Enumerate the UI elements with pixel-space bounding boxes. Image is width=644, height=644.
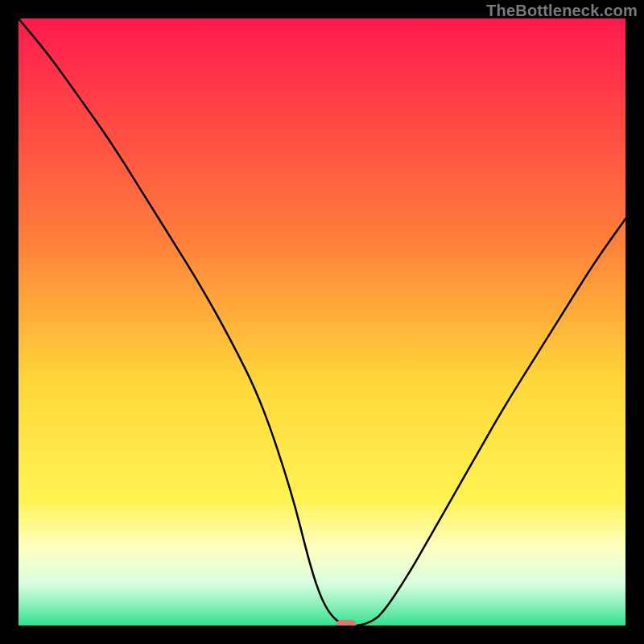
chart-frame: TheBottleneck.com (0, 0, 644, 644)
watermark-text: TheBottleneck.com (486, 2, 638, 20)
gradient-background (19, 19, 625, 625)
optimal-point-marker (336, 620, 357, 625)
plot-area (19, 19, 625, 625)
chart-svg (19, 19, 625, 625)
